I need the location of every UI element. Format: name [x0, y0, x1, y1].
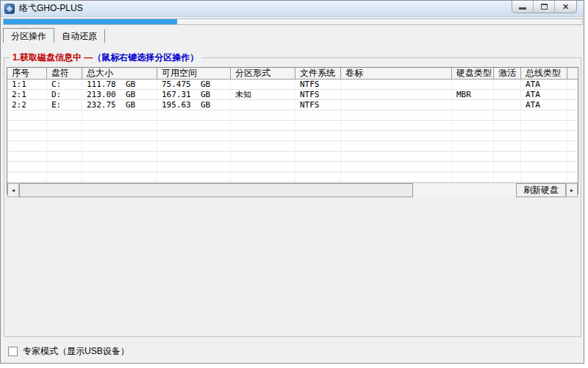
column-header[interactable]: 分区形式 — [231, 68, 295, 79]
column-header[interactable]: 激活 — [494, 68, 521, 79]
table-cell — [341, 121, 452, 131]
table-cell — [295, 110, 341, 121]
scrollbar-thumb[interactable] — [19, 183, 413, 197]
scroll-right-button[interactable]: ► — [566, 183, 578, 197]
table-cell — [494, 162, 521, 172]
table-cell — [452, 121, 494, 131]
table-cell — [494, 90, 521, 100]
table-cell: 75.475 GB — [157, 79, 231, 90]
table-cell: ATA — [521, 100, 567, 110]
table-cell — [7, 152, 47, 162]
table-cell — [295, 162, 341, 172]
table-empty-row — [7, 121, 578, 131]
table-cell — [47, 131, 82, 141]
table-cell — [157, 172, 231, 183]
table-cell-filler — [567, 131, 578, 141]
table-cell — [494, 131, 521, 141]
table-cell — [494, 110, 521, 121]
table-cell — [82, 121, 157, 131]
table-cell — [341, 110, 452, 121]
table-cell: MBR — [452, 90, 494, 100]
table-cell — [295, 131, 341, 141]
table-cell: 195.63 GB — [157, 100, 231, 110]
table-cell — [82, 162, 157, 172]
refresh-disks-button[interactable]: 刷新硬盘 — [516, 183, 566, 197]
table-cell: NTFS — [295, 79, 341, 90]
table-cell — [494, 172, 521, 183]
column-header[interactable]: 可用空间 — [157, 68, 231, 79]
table-cell-filler — [567, 121, 578, 131]
table-cell — [47, 110, 82, 121]
table-cell — [452, 152, 494, 162]
table-cell — [82, 172, 157, 183]
scrollbar-track[interactable] — [413, 183, 516, 197]
column-header[interactable]: 总线类型 — [521, 68, 567, 79]
table-cell — [7, 110, 47, 121]
table-cell — [47, 162, 82, 172]
groupbox-label-step: 1.获取磁盘信息中 — — [12, 52, 93, 63]
table-cell — [231, 141, 295, 152]
table-cell-filler — [567, 79, 578, 90]
column-header-filler — [567, 68, 578, 79]
table-row[interactable]: 2:1D:213.00 GB167.31 GB未知NTFSMBRATA — [7, 90, 578, 100]
tab-auto-restore[interactable]: 自动还原 — [54, 29, 105, 43]
table-cell — [341, 172, 452, 183]
table-empty-row — [7, 131, 578, 141]
maximize-button[interactable] — [534, 1, 555, 13]
table-cell — [231, 162, 295, 172]
table-row[interactable]: 1:1C:111.78 GB75.475 GBNTFSATA — [7, 79, 578, 90]
table-cell — [521, 141, 567, 152]
groupbox-label: 1.获取磁盘信息中 —（鼠标右键选择分区操作） — [10, 52, 201, 63]
scroll-right-icon: ► — [570, 188, 575, 193]
table-empty-row — [7, 141, 578, 152]
maximize-icon — [541, 4, 548, 10]
table-cell — [231, 79, 295, 90]
minimize-button[interactable] — [512, 1, 534, 13]
disk-scan-progressbar — [3, 18, 583, 25]
minimize-icon — [519, 7, 526, 10]
table-cell — [157, 110, 231, 121]
tab-partition-operations[interactable]: 分区操作 — [3, 28, 54, 43]
column-header[interactable]: 序号 — [7, 68, 47, 79]
table-empty-row — [7, 110, 578, 121]
table-cell — [452, 162, 494, 172]
table-cell — [521, 162, 567, 172]
table-cell: C: — [47, 79, 82, 90]
column-header[interactable]: 文件系统 — [295, 68, 341, 79]
app-window: 络弋GHO-PLUS ✕ 分区操作 自动还原 1.获取磁盘信息中 —（鼠标右键选… — [0, 0, 584, 364]
table-cell — [47, 121, 82, 131]
table-cell — [295, 141, 341, 152]
scroll-left-icon: ◄ — [11, 188, 16, 193]
table-row[interactable]: 2:2E:232.75 GB195.63 GBNTFSATA — [7, 100, 578, 110]
table-cell — [295, 152, 341, 162]
table-cell — [7, 172, 47, 183]
table-cell — [7, 162, 47, 172]
column-header[interactable]: 总大小 — [82, 68, 157, 79]
table-cell — [82, 152, 157, 162]
column-header[interactable]: 硬盘类型 — [452, 68, 494, 79]
table-cell: 213.00 GB — [82, 90, 157, 100]
close-button[interactable]: ✕ — [555, 1, 576, 13]
table-cell: 2:2 — [7, 100, 47, 110]
table-cell: 未知 — [231, 90, 295, 100]
expert-mode-checkbox[interactable] — [8, 347, 18, 356]
table-header: 序号盘符总大小可用空间分区形式文件系统卷标硬盘类型激活总线类型 — [7, 68, 578, 79]
window-controls: ✕ — [512, 1, 577, 13]
table-cell — [7, 131, 47, 141]
app-icon — [4, 4, 15, 14]
scroll-left-button[interactable]: ◄ — [7, 183, 19, 197]
table-cell: ATA — [521, 90, 567, 100]
table-cell — [47, 152, 82, 162]
column-header[interactable]: 卷标 — [341, 68, 452, 79]
table-cell — [452, 141, 494, 152]
expert-mode-label: 专家模式（显示USB设备） — [23, 345, 129, 358]
disk-partition-table: 序号盘符总大小可用空间分区形式文件系统卷标硬盘类型激活总线类型 1:1C:111… — [7, 67, 578, 194]
table-cell — [341, 162, 452, 172]
table-cell-filler — [567, 110, 578, 121]
column-header[interactable]: 盘符 — [47, 68, 82, 79]
table-cell — [7, 121, 47, 131]
table-cell — [452, 79, 494, 90]
table-cell — [47, 141, 82, 152]
table-cell — [452, 110, 494, 121]
table-cell — [341, 131, 452, 141]
